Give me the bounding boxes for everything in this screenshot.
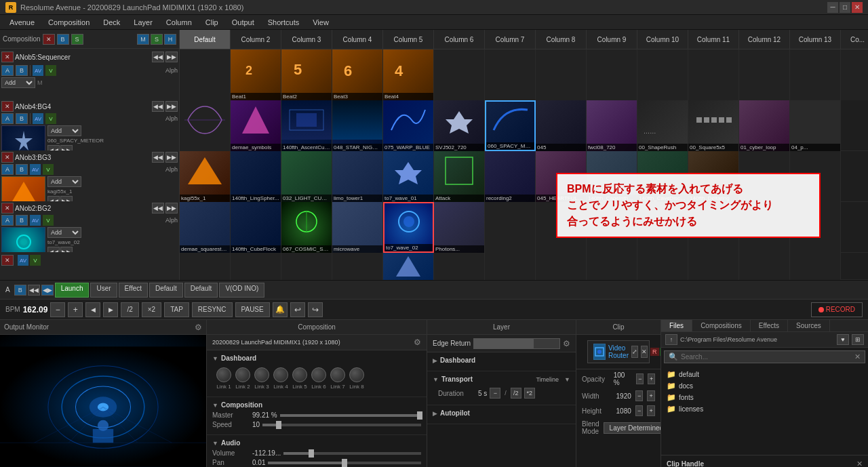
clip-5-8[interactable] <box>536 253 587 280</box>
launch-b-btn[interactable]: B <box>14 285 26 296</box>
bpm-undo[interactable]: ↩ <box>290 302 305 317</box>
bpm-forward[interactable]: ▶ <box>103 302 118 317</box>
clip-seq-beat2[interactable]: 5 Beat2 <box>281 49 332 100</box>
menu-avenue[interactable]: Avenue <box>3 17 41 28</box>
menu-view[interactable]: View <box>306 17 336 28</box>
clip-bg4-8[interactable]: 045 <box>536 100 587 151</box>
folder-docs[interactable]: 📁 docs <box>664 380 865 392</box>
clip-5-13[interactable] <box>790 253 841 280</box>
comp-b-btn[interactable]: B <box>57 34 69 45</box>
clip-bg4-default[interactable] <box>180 100 231 151</box>
clip-seq-5[interactable] <box>434 49 485 100</box>
knob3[interactable] <box>254 367 269 382</box>
track2-av[interactable]: AV <box>33 113 43 124</box>
opacity-plus[interactable]: + <box>648 373 655 384</box>
clip-bg4-3[interactable]: 140fth_AscentCube <box>281 100 332 151</box>
clip-bg4-11[interactable]: 00_Square5x5 <box>688 100 739 151</box>
col-header-3[interactable]: Column 3 <box>281 30 332 49</box>
track1-prev[interactable]: ◀◀ <box>152 52 164 62</box>
bpm-pause[interactable]: PAUSE <box>235 302 270 317</box>
path-fav[interactable]: ♥ <box>837 334 849 345</box>
blend-mode-select[interactable]: Layer Determined <box>604 422 661 434</box>
knob1[interactable] <box>216 367 231 382</box>
col-header-10[interactable]: Column 10 <box>637 30 688 49</box>
track3-a[interactable]: A <box>1 164 14 175</box>
clip-bg2-7[interactable] <box>485 202 536 253</box>
speed-slider[interactable] <box>262 424 421 426</box>
clip-bg2-3[interactable]: 067_COSMIC_STAR <box>281 202 332 253</box>
layer-dashboard-header[interactable]: ▶ Dashboard <box>433 357 570 364</box>
col-header-9[interactable]: Column 9 <box>587 30 637 49</box>
clip-seq-13[interactable] <box>841 49 868 100</box>
clip-bg4-2[interactable]: demae_symbols <box>231 100 281 151</box>
track2-v[interactable]: V <box>45 113 56 124</box>
vr-close[interactable]: ✕ <box>641 346 648 358</box>
clip-bg2-6[interactable]: Photons... <box>434 202 485 253</box>
track4-next[interactable]: ▶▶ <box>165 203 178 214</box>
clip-bg3-7[interactable]: recording2 <box>485 151 536 202</box>
knob8[interactable] <box>349 367 364 382</box>
col-header-11[interactable]: Column 11 <box>688 30 739 49</box>
clip-5-9[interactable] <box>587 253 637 280</box>
launch-prev[interactable]: ◀◀ <box>28 285 40 296</box>
track4-add-select[interactable]: Add <box>47 227 81 238</box>
menu-composition[interactable]: Composition <box>41 17 96 28</box>
clip-5-11[interactable] <box>688 253 739 280</box>
track2-b[interactable]: B <box>16 113 28 124</box>
height-plus[interactable]: + <box>647 405 655 416</box>
volume-slider[interactable] <box>283 452 421 455</box>
clip-bg3-3[interactable]: 032_LIGHT_CURT... <box>281 151 332 202</box>
comp-m-btn[interactable]: M <box>137 34 149 45</box>
clip-bg4-9[interactable]: fwcl08_720 <box>587 100 637 151</box>
autopilot-header[interactable]: ▶ Autopilot <box>433 409 570 417</box>
col-header-7[interactable]: Column 7 <box>485 30 536 49</box>
track4-b[interactable]: B <box>16 215 28 226</box>
folder-default[interactable]: 📁 default <box>664 369 865 380</box>
duration-minus[interactable]: − <box>490 388 500 399</box>
track3-prev[interactable]: ◀◀ <box>152 152 164 163</box>
clip-5-3[interactable] <box>281 253 332 280</box>
menu-layer[interactable]: Layer <box>127 17 159 28</box>
bpm-redo[interactable]: ↪ <box>308 302 323 317</box>
track3-b[interactable]: B <box>16 164 28 175</box>
bpm-minus[interactable]: − <box>50 302 65 317</box>
maximize-button[interactable]: □ <box>840 2 850 13</box>
track4-prev[interactable]: ◀◀ <box>152 203 164 214</box>
clip-bg4-6[interactable]: SVJ502_720 <box>434 100 485 151</box>
comp-panel-settings[interactable]: ⚙ <box>414 338 421 347</box>
clip-bg4-7[interactable]: 060_SPACY_METEOR <box>485 100 536 151</box>
effect-btn[interactable]: Effect <box>119 283 148 298</box>
col-header-8[interactable]: Column 8 <box>536 30 587 49</box>
clip-seq-6[interactable] <box>485 49 536 100</box>
edge-settings-icon[interactable]: ⚙ <box>563 339 570 348</box>
path-grid[interactable]: ⊞ <box>852 334 864 345</box>
track2-next[interactable]: ▶▶ <box>165 101 178 112</box>
opacity-minus[interactable]: − <box>636 373 644 384</box>
track4-av[interactable]: AV <box>30 215 41 226</box>
clip-5-4[interactable] <box>332 253 383 280</box>
track3-av[interactable]: AV <box>30 164 41 175</box>
search-input[interactable] <box>681 353 854 361</box>
track2-prev[interactable]: ◀◀ <box>152 101 164 112</box>
comp-s2-btn[interactable]: S <box>151 34 163 45</box>
col-header-13[interactable]: Column 13 <box>790 30 841 49</box>
track1-av[interactable]: AV <box>33 65 43 76</box>
folder-fonts[interactable]: 📁 fonts <box>664 392 865 403</box>
clip-5-7[interactable] <box>485 253 536 280</box>
track3-add-select[interactable]: Add <box>47 176 81 187</box>
clip-seq-7[interactable] <box>536 49 587 100</box>
clip-seq-8[interactable] <box>587 49 637 100</box>
tab-sources[interactable]: Sources <box>788 320 830 331</box>
folder-licenses[interactable]: 📁 licenses <box>664 403 865 415</box>
track2-a[interactable]: A <box>1 113 14 124</box>
col-header-6[interactable]: Column 6 <box>434 30 485 49</box>
track3-next[interactable]: ▶▶ <box>165 152 178 163</box>
clip-bg3-6[interactable]: Attack <box>434 151 485 202</box>
tab-compositions[interactable]: Compositions <box>692 320 751 331</box>
clip-bg2-5[interactable]: to7_wave_02 <box>383 202 434 253</box>
clip-bg4-5[interactable]: 075_WARP_BLUE <box>383 100 434 151</box>
comp-x-btn[interactable]: ✕ <box>43 34 55 45</box>
track4-x[interactable]: ✕ <box>1 203 14 214</box>
edge-return-slider[interactable] <box>473 338 560 349</box>
clip-5-12[interactable] <box>739 253 790 280</box>
